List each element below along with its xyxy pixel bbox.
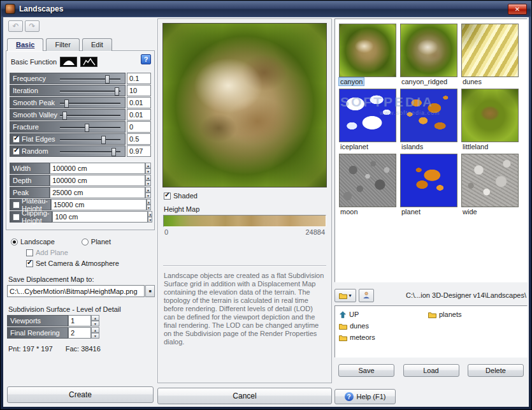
add-plane-checkbox[interactable]: [26, 249, 33, 256]
iteration-slider[interactable]: Iteration: [10, 85, 126, 96]
tab-filter[interactable]: Filter: [46, 38, 79, 51]
frequency-value-input[interactable]: [127, 73, 151, 84]
redo-button[interactable]: ↷: [25, 20, 40, 32]
undo-button[interactable]: ↶: [8, 20, 23, 32]
plateau-height-input[interactable]: [51, 199, 147, 210]
spin-up-button[interactable]: ▲: [147, 199, 151, 205]
thumbnail-wide[interactable]: wide: [461, 154, 520, 219]
save-button[interactable]: Save: [338, 364, 394, 377]
slider-track[interactable]: [60, 127, 120, 129]
flat-edges-checkbox[interactable]: ✓: [13, 136, 20, 143]
thumbnail-canyon[interactable]: canyon: [339, 24, 398, 89]
smooth-peak-slider[interactable]: Smooth Peak: [10, 97, 126, 108]
slider-track[interactable]: [60, 115, 120, 117]
smooth-valley-value-input[interactable]: [127, 109, 151, 121]
thumbnail-image-planet[interactable]: [400, 154, 457, 207]
spin-down-button[interactable]: ▼: [145, 193, 151, 198]
slider-thumb[interactable]: [105, 75, 110, 84]
help-button[interactable]: ? Help (F1): [334, 389, 396, 404]
flat-edges-value-input[interactable]: [127, 133, 151, 145]
slider-thumb[interactable]: [62, 112, 67, 120]
basic-function-ridged-button[interactable]: [80, 57, 97, 67]
file-item-dunes[interactable]: dunes: [339, 320, 428, 332]
planet-radio[interactable]: [82, 238, 89, 245]
context-help-button[interactable]: ?: [141, 54, 151, 64]
depth-input[interactable]: [50, 175, 145, 186]
load-button[interactable]: Load: [403, 364, 459, 377]
shaded-checkbox[interactable]: ✓: [164, 193, 171, 200]
spin-down-button[interactable]: ▼: [145, 168, 151, 174]
slider-thumb[interactable]: [85, 124, 89, 132]
spin-up-button[interactable]: ▲: [145, 187, 151, 193]
slider-track[interactable]: [60, 103, 120, 105]
clipping-height-checkbox[interactable]: [13, 214, 20, 221]
clipping-height-input[interactable]: [52, 211, 148, 223]
final-rendering-input[interactable]: [68, 327, 91, 339]
slider-track[interactable]: [60, 139, 120, 141]
thumbnail-islands[interactable]: islands: [400, 89, 459, 154]
user-folder-button[interactable]: [359, 289, 374, 302]
thumbnail-image-canyon[interactable]: [339, 24, 396, 77]
spin-down-button[interactable]: ▼: [91, 333, 99, 339]
folder-dropdown-button[interactable]: ▾: [334, 289, 356, 302]
save-map-path-input[interactable]: [7, 285, 145, 297]
file-item-meteors[interactable]: meteors: [339, 332, 428, 343]
spin-down-button[interactable]: ▼: [91, 321, 99, 326]
spin-up-button[interactable]: ▲: [91, 315, 99, 321]
tab-edit[interactable]: Edit: [82, 38, 112, 51]
thumbnail-canyon-ridged[interactable]: canyon_ridged: [400, 24, 459, 89]
fracture-slider[interactable]: Fracture: [10, 121, 126, 133]
thumbnail-image-canyon-ridged[interactable]: [400, 24, 457, 77]
random-slider[interactable]: ✓ Random: [10, 145, 126, 157]
thumbnail-dunes[interactable]: dunes: [461, 24, 520, 89]
tab-basic[interactable]: Basic: [7, 38, 43, 51]
browse-button[interactable]: ■: [145, 285, 155, 297]
slider-track[interactable]: [60, 151, 120, 153]
fracture-value-input[interactable]: [127, 121, 151, 133]
frequency-slider[interactable]: Frequency: [10, 73, 126, 84]
smooth-valley-slider[interactable]: Smooth Valley: [10, 109, 126, 121]
close-button[interactable]: ✕: [508, 4, 527, 15]
thumbnail-image-dunes[interactable]: [461, 24, 519, 77]
spin-up-button[interactable]: ▲: [91, 327, 99, 333]
thumbnail-image-iceplanet[interactable]: [339, 89, 396, 142]
spin-down-button[interactable]: ▼: [147, 205, 151, 210]
peak-input[interactable]: [50, 187, 145, 198]
slider-track[interactable]: [60, 91, 120, 92]
spin-down-button[interactable]: ▼: [145, 180, 151, 186]
viewports-input[interactable]: [68, 315, 91, 326]
thumbnail-littleland[interactable]: littleland: [461, 89, 520, 154]
thumbnail-image-wide[interactable]: [461, 154, 519, 207]
title-bar[interactable]: Landscapes ✕: [1, 1, 531, 17]
spin-up-button[interactable]: ▲: [148, 211, 152, 217]
slider-track[interactable]: [60, 78, 120, 80]
width-input[interactable]: [50, 163, 145, 174]
file-item-up[interactable]: UP: [339, 309, 428, 320]
thumbnail-image-islands[interactable]: [400, 89, 457, 142]
slider-thumb[interactable]: [115, 87, 119, 96]
thumbnail-image-littleland[interactable]: [461, 89, 519, 142]
thumbnail-image-moon[interactable]: [339, 154, 396, 207]
iteration-value-input[interactable]: [127, 85, 151, 96]
basic-function-smooth-button[interactable]: [60, 57, 77, 67]
landscape-radio[interactable]: [11, 238, 18, 245]
smooth-peak-value-input[interactable]: [127, 97, 151, 108]
flat-edges-slider[interactable]: ✓ Flat Edges: [10, 133, 126, 145]
random-value-input[interactable]: [127, 145, 151, 157]
spin-up-button[interactable]: ▲: [145, 163, 151, 168]
file-item-planets[interactable]: planets: [428, 309, 517, 320]
random-checkbox[interactable]: ✓: [13, 148, 20, 155]
spin-up-button[interactable]: ▲: [145, 175, 151, 180]
thumbnail-planet[interactable]: planet: [400, 154, 459, 219]
thumbnail-iceplanet[interactable]: iceplanet: [339, 89, 398, 154]
thumbnail-moon[interactable]: moon: [339, 154, 398, 219]
slider-thumb[interactable]: [101, 136, 106, 144]
create-button[interactable]: Create: [7, 386, 154, 403]
delete-button[interactable]: Delete: [468, 364, 524, 377]
slider-thumb[interactable]: [64, 99, 69, 108]
plateau-height-checkbox[interactable]: [13, 201, 20, 209]
cancel-button[interactable]: Cancel: [157, 388, 332, 404]
set-camera-checkbox[interactable]: ✓: [26, 260, 33, 267]
slider-thumb[interactable]: [111, 148, 116, 156]
spin-down-button[interactable]: ▼: [148, 217, 152, 223]
